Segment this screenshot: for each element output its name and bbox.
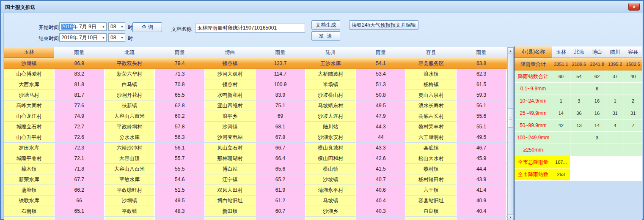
- rain-value-cell[interactable]: 74.9: [55, 111, 104, 121]
- rain-value-cell[interactable]: 83.2: [55, 69, 104, 79]
- rain-value-cell[interactable]: 51.5: [155, 185, 204, 195]
- rain-value-cell[interactable]: 55.1: [457, 122, 506, 132]
- rain-value-cell[interactable]: 75.1: [256, 100, 305, 111]
- summary-row[interactable]: ≥250mm: [515, 144, 642, 156]
- end-date-combo[interactable]: 2019年 7月10日 ▼: [59, 33, 107, 42]
- station-name-cell[interactable]: 陆川站: [306, 122, 355, 132]
- rain-value-cell[interactable]: 40.3: [356, 206, 406, 216]
- rain-value-cell[interactable]: 59.3: [457, 90, 506, 100]
- rain-value-cell[interactable]: 48.3: [155, 206, 204, 216]
- rain-value-cell[interactable]: 70.8: [155, 79, 204, 90]
- station-name-cell[interactable]: 大西水库: [4, 79, 54, 90]
- station-name-cell[interactable]: 县底镇: [406, 143, 456, 153]
- rain-value-cell[interactable]: [457, 217, 506, 220]
- station-name-cell[interactable]: 米场镇: [306, 79, 355, 90]
- summary-column-header[interactable]: 容县: [624, 46, 642, 58]
- rain-value-cell[interactable]: 68.1: [256, 122, 305, 132]
- start-hour-combo[interactable]: 08 ▼: [108, 22, 125, 31]
- rain-value-cell[interactable]: 40.4: [457, 206, 506, 216]
- station-name-cell[interactable]: 双凤大田村: [205, 185, 255, 195]
- rain-value-cell[interactable]: 44.3: [356, 122, 406, 132]
- station-name-cell[interactable]: 黎村荣丰村: [406, 122, 456, 132]
- station-name-cell[interactable]: 黎村镇: [406, 164, 456, 174]
- rain-value-cell[interactable]: 56.1: [457, 100, 506, 111]
- rain-value-cell[interactable]: 77.6: [55, 100, 104, 111]
- main-column-header[interactable]: 博白: [205, 47, 255, 58]
- station-name-cell[interactable]: 新荣水库: [4, 174, 54, 185]
- rain-value-cell[interactable]: 44: [356, 132, 406, 142]
- rain-value-cell[interactable]: 100.9: [256, 79, 305, 90]
- generate-doc-button[interactable]: 文档生成: [311, 20, 340, 30]
- station-name-cell[interactable]: 石南镇: [4, 206, 54, 216]
- rain-value-cell[interactable]: 61.2: [256, 196, 305, 206]
- table-row[interactable]: 罗田水库72.3六靖沙冲村56.1凤山立石村66.7横山良塘村43.3县底镇46…: [4, 143, 507, 153]
- main-column-header[interactable]: 陆川: [306, 47, 355, 58]
- main-column-header[interactable]: 雨量: [457, 47, 506, 58]
- station-name-cell[interactable]: 新田镇: [205, 206, 255, 216]
- station-name-cell[interactable]: 沙湖乡: [306, 206, 355, 216]
- station-name-cell[interactable]: 顿谷镇: [205, 58, 255, 68]
- rain-value-cell[interactable]: 40.4: [356, 196, 406, 206]
- table-row[interactable]: 高峰大同村77.6扶新镇62.8亚山四维村75.1马坡靖东村49.5浪水长寿村5…: [4, 100, 507, 111]
- rain-value-cell[interactable]: 114.7: [256, 69, 305, 79]
- rain-value-cell[interactable]: 72.1: [55, 153, 104, 163]
- main-column-header[interactable]: 雨量: [256, 47, 305, 58]
- station-name-cell[interactable]: 平政双头村: [105, 58, 154, 68]
- station-name-cell[interactable]: 高峰大同村: [4, 100, 54, 111]
- rain-value-cell[interactable]: [356, 217, 406, 220]
- rain-value-cell[interactable]: 54.1: [356, 58, 406, 68]
- read-forecast-button[interactable]: 读取24h天气预报报文并编辑: [349, 20, 418, 30]
- station-name-cell[interactable]: [406, 217, 456, 220]
- station-name-cell[interactable]: 新荣六华村: [105, 69, 154, 79]
- station-name-cell[interactable]: 杨梅镇: [406, 79, 456, 90]
- rain-value-cell[interactable]: 61.5: [457, 79, 506, 90]
- summary-row[interactable]: 25~49.9mm1436163131: [515, 107, 642, 120]
- rain-value-cell[interactable]: 65.1: [55, 206, 104, 216]
- rain-value-cell[interactable]: 123.7: [256, 58, 305, 68]
- table-row[interactable]: 沙塘镇86.9平政双头村79.4顿谷镇123.7王沙水库54.1容县服务区63.…: [4, 58, 507, 69]
- station-name-cell[interactable]: 扶新镇: [105, 100, 154, 111]
- rain-value-cell[interactable]: 69: [256, 111, 305, 121]
- table-row[interactable]: [4, 217, 507, 220]
- rain-value-cell[interactable]: 66.2: [55, 185, 104, 195]
- table-row[interactable]: 大西水库81.8白马镇70.8顿谷村100.9米场镇51.3杨梅镇61.5: [4, 79, 507, 90]
- scroll-down-button[interactable]: ▼: [508, 214, 513, 220]
- station-name-cell[interactable]: 樟木镇: [4, 164, 54, 174]
- rain-value-cell[interactable]: 46.7: [457, 143, 506, 153]
- summary-row[interactable]: 10~24.9mm131612: [515, 95, 642, 107]
- scroll-up-button[interactable]: ▲: [508, 48, 513, 54]
- rain-value-cell[interactable]: 55.5: [155, 164, 204, 174]
- station-name-cell[interactable]: 平政镇: [105, 206, 154, 216]
- station-name-cell[interactable]: 杨村踏田村: [406, 174, 456, 185]
- station-name-cell[interactable]: 平政绿旺村: [105, 185, 154, 195]
- rain-value-cell[interactable]: 72.6: [55, 132, 104, 142]
- station-name-cell[interactable]: [306, 217, 355, 220]
- table-row[interactable]: 城隍平巷村72.1大容山顶55.7那林珊瑚村66.4横山四和村42.6松山大水村…: [4, 153, 507, 164]
- station-name-cell[interactable]: 沙垌丹花村: [105, 90, 154, 100]
- rain-value-cell[interactable]: 67.7: [55, 174, 104, 185]
- rain-value-cell[interactable]: 55.7: [155, 153, 204, 163]
- station-name-cell[interactable]: 沙河变电站: [205, 132, 255, 142]
- station-name-cell[interactable]: 江宁镇: [205, 174, 255, 185]
- summary-column-header[interactable]: 陆川: [606, 46, 624, 58]
- rain-value-cell[interactable]: 81.8: [55, 79, 104, 90]
- summary-column-header[interactable]: 玉林: [552, 46, 570, 58]
- rain-value-cell[interactable]: 51.3: [356, 79, 406, 90]
- station-name-cell[interactable]: 六王镇: [406, 185, 456, 195]
- station-name-cell[interactable]: [105, 217, 154, 220]
- rain-value-cell[interactable]: 67.8: [256, 132, 305, 142]
- start-date-combo[interactable]: 2019年 7月 9日 ▼: [59, 22, 107, 31]
- station-name-cell[interactable]: 沙塘马村: [4, 90, 54, 100]
- table-row[interactable]: 新荣水库67.7覃敏水库54.6江宁镇65.2沙坡镇40.7杨村踏田村43.9: [4, 174, 507, 185]
- station-name-cell[interactable]: 沙塘镇: [4, 58, 54, 68]
- rain-value-cell[interactable]: 57.8: [155, 122, 204, 132]
- station-name-cell[interactable]: 博白站旧址: [205, 196, 255, 206]
- rain-value-cell[interactable]: 56.1: [155, 143, 204, 153]
- rain-value-cell[interactable]: [256, 217, 305, 220]
- rain-value-cell[interactable]: 65.2: [256, 174, 305, 185]
- station-name-cell[interactable]: 横山镇: [306, 164, 355, 174]
- rain-value-cell[interactable]: 49.5: [155, 196, 204, 206]
- station-name-cell[interactable]: 浪水镇: [406, 69, 456, 79]
- rain-value-cell[interactable]: 55.6: [457, 111, 506, 121]
- station-name-cell[interactable]: 县底古长村: [406, 111, 456, 121]
